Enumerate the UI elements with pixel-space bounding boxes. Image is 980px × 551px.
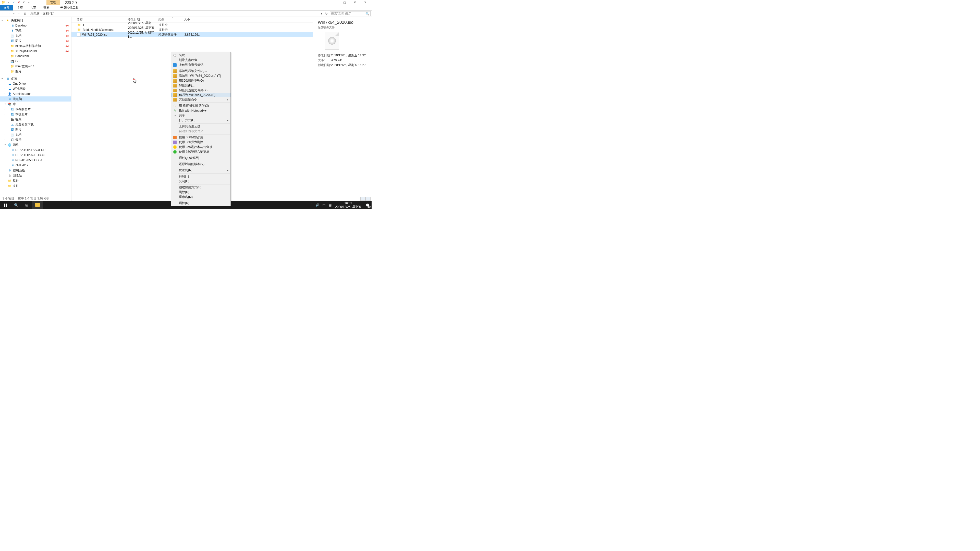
tree-local-photos[interactable]: ›🖼本机照片	[0, 112, 71, 117]
notification-button[interactable]: 💬 3	[363, 201, 372, 209]
task-view-button[interactable]: ⊞	[21, 201, 32, 209]
tree-administrator[interactable]: ›👤Administrator	[0, 91, 71, 97]
context-menu-item[interactable]: 打开方式(H)▸	[171, 118, 231, 123]
folder-icon[interactable]: 📁	[1, 0, 6, 5]
chevron-right-icon[interactable]: ›	[5, 128, 5, 131]
tree-documents[interactable]: 📄文档📌	[0, 33, 71, 38]
context-menu-item[interactable]: 解压到 Win7x64_2020\ (E)	[171, 93, 231, 97]
chevron-down-icon[interactable]: ▾	[5, 103, 6, 105]
address-dropdown-icon[interactable]: ▾	[320, 12, 323, 15]
view-icons-button[interactable]	[366, 197, 371, 201]
ribbon-tab-share[interactable]: 共享	[27, 5, 40, 11]
context-menu-item[interactable]: 添加到压缩文件(A)...	[171, 68, 231, 73]
tray-chevron-icon[interactable]: ˄	[310, 203, 314, 207]
column-name[interactable]: 名称▴	[72, 17, 127, 22]
chevron-right-icon[interactable]: ›	[5, 184, 5, 187]
forward-button[interactable]: →	[6, 11, 11, 16]
tree-tianyi[interactable]: ›☁天翼云盘下载	[0, 122, 71, 127]
back-button[interactable]: ←	[1, 11, 6, 16]
tree-g-drive[interactable]: 💾G:\	[0, 59, 71, 64]
search-button[interactable]: 🔍	[11, 201, 21, 209]
manage-contextual-tab[interactable]: 管理	[46, 0, 60, 5]
column-size[interactable]: 大小	[184, 17, 202, 22]
up-button[interactable]: ↑	[16, 11, 21, 16]
start-button[interactable]	[0, 201, 11, 209]
context-menu-item[interactable]: 剪切(T)	[171, 174, 231, 179]
context-menu-item[interactable]: 属性(R)	[171, 201, 231, 206]
view-details-button[interactable]	[360, 197, 366, 201]
app-icon[interactable]: ▫	[6, 0, 11, 5]
ribbon-tab-file[interactable]: 文件	[0, 5, 13, 11]
minimize-button[interactable]: —	[329, 0, 339, 5]
undo-icon[interactable]: ↶	[21, 0, 26, 5]
tree-onedrive[interactable]: ›☁OneDrive	[0, 81, 71, 86]
tree-libraries[interactable]: ▾📚库	[0, 102, 71, 106]
chevron-right-icon[interactable]: ›	[5, 83, 5, 85]
tree-saved-pictures[interactable]: ›🖼保存的图片	[0, 106, 71, 112]
search-input[interactable]: 搜索"文档 (E:)" 🔍	[330, 11, 371, 16]
tray-icon[interactable]: ▦	[327, 203, 333, 207]
tree-pictures-3[interactable]: ›🖼图片	[0, 127, 71, 132]
tree-software[interactable]: ›📁软件	[0, 178, 71, 183]
qat-dropdown-icon[interactable]: ▾	[27, 0, 31, 5]
tree-videos[interactable]: ›🎬视频	[0, 117, 71, 122]
tree-bandicam[interactable]: 📁Bandicam	[0, 54, 71, 59]
context-menu-item[interactable]: 通过QQ发送到	[171, 156, 231, 160]
tree-network[interactable]: ▾🌐网络	[0, 142, 71, 148]
refresh-icon[interactable]: ↻	[324, 12, 329, 16]
recent-dropdown[interactable]: ▾	[11, 11, 16, 16]
context-menu-item[interactable]: 删除(D)	[171, 190, 231, 195]
chevron-right-icon[interactable]: ›	[5, 138, 5, 141]
chevron-right-icon[interactable]: ›	[5, 87, 5, 90]
maximize-button[interactable]: ▢	[339, 0, 350, 5]
context-menu-item[interactable]: ✎Edit with Notepad++	[171, 108, 231, 113]
tree-recycle-bin[interactable]: 🗑回收站	[0, 173, 71, 178]
context-menu-item[interactable]: 使用 360管理右键菜单	[171, 149, 231, 154]
chevron-right-icon[interactable]: ›	[5, 108, 5, 110]
context-menu-item[interactable]: 使用 360进行木马云查杀	[171, 144, 231, 149]
context-menu-item[interactable]: 发送到(N)▸	[171, 168, 231, 173]
tree-desktop-section[interactable]: ▾🖥桌面	[0, 76, 71, 81]
volume-icon[interactable]: 🔊	[314, 203, 321, 207]
tree-this-pc[interactable]: ›🖥此电脑	[0, 97, 71, 102]
list-row[interactable]: 📁 1 2020/12/15, 星期二 1... 文件夹	[72, 22, 313, 27]
help-icon[interactable]: ?	[360, 0, 370, 5]
ime-indicator[interactable]: 中	[321, 203, 327, 207]
context-menu-item[interactable]: 创建快捷方式(S)	[171, 185, 231, 190]
column-type[interactable]: 类型	[158, 17, 184, 22]
breadcrumb[interactable]: 🖥 › 此电脑 › 文档 (E:) ›	[21, 11, 320, 16]
tree-pictures[interactable]: 🖼图片📌	[0, 38, 71, 43]
breadcrumb-drive[interactable]: 文档 (E:)	[43, 11, 55, 16]
context-menu-item[interactable]: 用360压缩打开(Q)	[171, 78, 231, 83]
clock[interactable]: 16:32 2020/12/25, 星期五	[333, 202, 363, 209]
tree-pictures-2[interactable]: 📁图片	[0, 69, 71, 74]
tree-documents-2[interactable]: ›📄文档	[0, 132, 71, 137]
context-menu-item[interactable]: ↗共享	[171, 113, 231, 118]
tree-quick-access[interactable]: ▾★快速访问	[0, 18, 71, 23]
tree-pc4[interactable]: 🖥ZMT2019	[0, 163, 71, 168]
close-button[interactable]: ✕	[350, 0, 360, 5]
context-menu-item[interactable]: 使用 360强力删除	[171, 140, 231, 144]
list-row[interactable]: 📁 BaiduNetdiskDownload 2020/12/25, 星期五 1…	[72, 27, 313, 32]
chevron-right-icon[interactable]: ›	[5, 118, 5, 121]
context-menu-item[interactable]: 解压到当前文件夹(X)	[171, 88, 231, 93]
chevron-right-icon[interactable]: ›	[5, 179, 5, 182]
tree-files[interactable]: ›📁文件	[0, 183, 71, 188]
chevron-down-icon[interactable]: ▾	[2, 77, 3, 80]
ribbon-tab-view[interactable]: 查看	[40, 5, 53, 11]
chevron-down-icon[interactable]: ▾	[5, 144, 6, 146]
ribbon-tab-home[interactable]: 主页	[13, 5, 27, 11]
tree-win7reinstall[interactable]: 📁win7重装win7	[0, 64, 71, 69]
tree-music[interactable]: ›🎵音乐	[0, 137, 71, 142]
chevron-down-icon[interactable]: ▾	[2, 19, 3, 22]
tree-wps[interactable]: ›☁WPS网盘	[0, 86, 71, 91]
context-menu-item[interactable]: 刻录光盘映像	[171, 58, 231, 62]
context-menu-item[interactable]: 装载	[171, 53, 231, 58]
chevron-right-icon[interactable]: ›	[5, 133, 5, 136]
tree-yunqishi[interactable]: 📁YUNQISHI2019📌	[0, 48, 71, 54]
chevron-right-icon[interactable]: ›	[5, 123, 5, 126]
save-icon[interactable]: ✓	[11, 0, 16, 5]
ribbon-tab-iso-tools[interactable]: 光盘映像工具	[57, 5, 82, 11]
delete-icon[interactable]: ✕	[16, 0, 21, 5]
context-menu-item[interactable]: ⬡用 蜂蜜浏览器 浏览(3)	[171, 103, 231, 108]
